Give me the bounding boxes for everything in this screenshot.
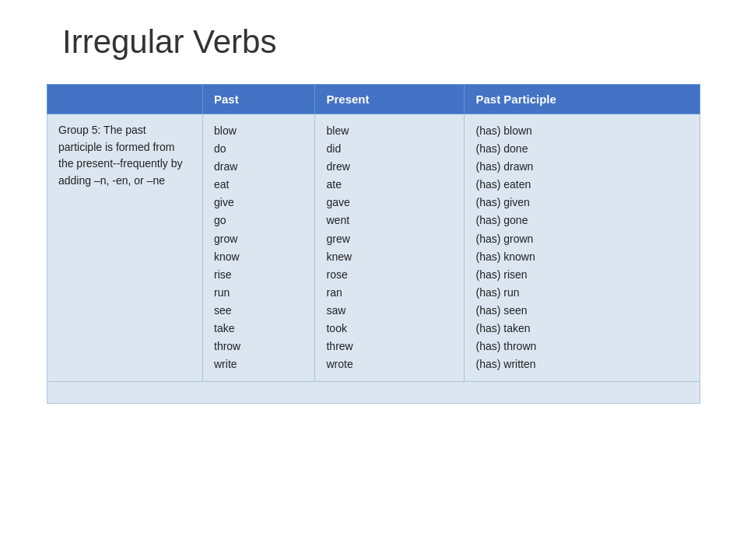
table-header-row: Past Present Past Participle (47, 85, 700, 114)
header-past: Past (203, 85, 315, 114)
page-title: Irregular Verbs (47, 23, 276, 61)
present-verbs: blew did drew ate gave went grew knew ro… (315, 114, 465, 382)
empty-row (47, 382, 700, 404)
header-past-participle: Past Participle (465, 85, 700, 114)
table-row: Group 5: The past participle is formed f… (47, 114, 700, 382)
group-description: Group 5: The past participle is formed f… (47, 114, 203, 382)
past-verbs: blow do draw eat give go grow know rise … (203, 114, 315, 382)
empty-cell (47, 382, 700, 404)
irregular-verbs-table: Past Present Past Participle Group 5: Th… (47, 84, 700, 404)
header-present: Present (315, 85, 465, 114)
past-participle-verbs: (has) blown (has) done (has) drawn (has)… (465, 114, 700, 382)
header-col0 (47, 85, 203, 114)
